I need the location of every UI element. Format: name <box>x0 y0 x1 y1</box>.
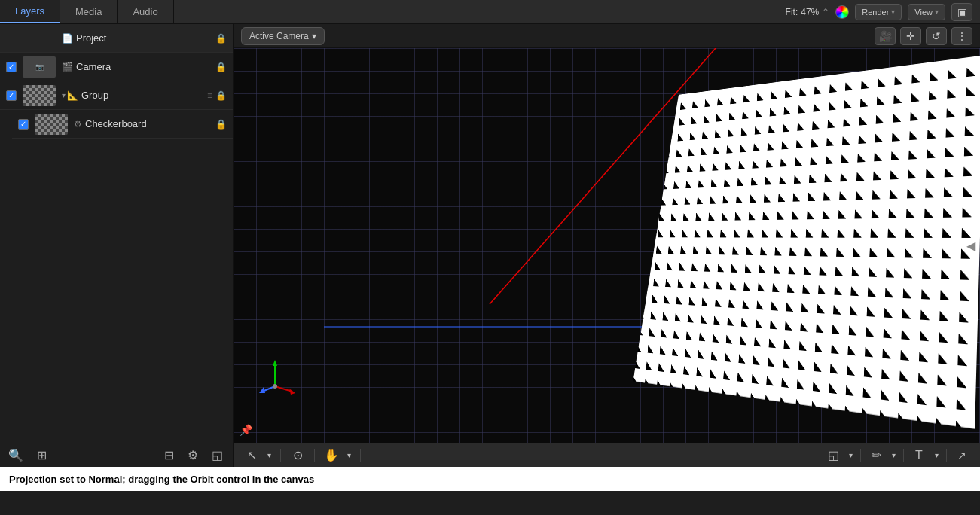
sidebar-bottom: 🔍 ⊞ ⊟ ⚙ ◱ <box>0 443 233 467</box>
group-expand-icon[interactable]: ▾ <box>62 91 66 99</box>
display-options-button[interactable]: ▣ <box>951 3 972 21</box>
group-icon: 📐 <box>67 90 78 101</box>
group-settings: ≡ <box>207 90 212 101</box>
project-lock-icon: 🔒 <box>215 33 227 44</box>
sidebar-right-actions: ⊟ ⚙ ◱ <box>159 446 227 465</box>
view-chevron: ▾ <box>935 8 939 16</box>
group-lock-icon: 🔒 <box>215 90 227 101</box>
checker-plane <box>633 55 980 428</box>
layer-row-checkerboard[interactable]: ✓ ⚙ Checkerboard 🔒 <box>12 110 233 139</box>
color-picker[interactable] <box>835 5 849 19</box>
camera-thumb: 📷 <box>23 56 56 78</box>
transform-icon[interactable]: ✛ <box>900 27 921 45</box>
active-camera-label: Active Camera <box>249 31 309 41</box>
pan-tool-button[interactable]: ✋ <box>321 446 342 465</box>
render-label: Render <box>862 8 889 17</box>
text-tools: T ▾ <box>908 446 942 465</box>
active-camera-button[interactable]: Active Camera ▾ <box>241 27 325 45</box>
pen-chevron[interactable]: ▾ <box>888 446 899 465</box>
active-camera-chevron: ▾ <box>312 31 316 41</box>
caption-bar: Projection set to Normal; dragging the O… <box>0 467 980 491</box>
layer-row-project[interactable]: 📄 Project 🔒 <box>0 24 233 53</box>
tab-layers[interactable]: Layers <box>0 0 60 23</box>
toolbar-sep-2 <box>314 449 315 462</box>
bottom-toolbar: ↖ ▾ ⊙ ✋ ▾ ◱ ▾ ✏ ▾ <box>234 443 980 467</box>
project-icon: 📄 <box>62 33 73 44</box>
render-button[interactable]: Render ▾ <box>855 4 902 20</box>
shape-tools: ◱ ▾ <box>823 446 856 465</box>
tab-audio-label: Audio <box>133 6 157 17</box>
orbit-tools: ⊙ <box>287 446 308 465</box>
project-name: Project <box>76 32 215 44</box>
layers-button[interactable]: ◱ <box>207 446 227 465</box>
render-chevron: ▾ <box>891 8 895 16</box>
checker-lock-icon: 🔒 <box>215 119 227 130</box>
group-lines-icon[interactable]: ≡ <box>207 90 212 101</box>
tabs: Layers Media Audio <box>0 0 174 23</box>
playhead-marker: ◀ <box>966 239 975 253</box>
group-thumb <box>23 85 56 106</box>
fit-stepper[interactable]: ⌃ <box>822 7 829 17</box>
camera-view-icon[interactable]: 🎥 <box>875 27 896 45</box>
svg-point-8 <box>273 384 277 389</box>
svg-marker-3 <box>273 360 277 366</box>
top-bar: Layers Media Audio Fit: 47% ⌃ Render ▾ V… <box>0 0 980 24</box>
pan-tools: ✋ ▾ <box>321 446 354 465</box>
select-tools: ↖ ▾ <box>241 446 274 465</box>
layer-row-group[interactable]: ✓ ▾ 📐 Group ≡ 🔒 <box>0 81 233 110</box>
checker-checkbox[interactable]: ✓ <box>18 119 29 130</box>
fit-control: Fit: 47% ⌃ <box>786 7 830 17</box>
camera-name: Camera <box>76 61 215 72</box>
caption-text: Projection set to Normal; dragging the O… <box>9 474 314 485</box>
tab-media[interactable]: Media <box>60 0 118 23</box>
toolbar-sep-4 <box>860 449 861 462</box>
text-chevron[interactable]: ▾ <box>931 446 942 465</box>
toolbar-sep-5 <box>903 449 904 462</box>
group-checkbox[interactable]: ✓ <box>6 90 17 101</box>
toolbar-sep-3 <box>360 449 361 462</box>
main-content: 📄 Project 🔒 ✓ 📷 🎬 Camera 🔒 ✓ ▾ 📐 Group ≡ <box>0 24 980 467</box>
camera-checkbox[interactable]: ✓ <box>6 62 17 72</box>
resize-corner[interactable]: ↗ <box>951 446 972 465</box>
canvas-toolbar-right: 🎥 ✛ ↺ ⋮ <box>875 27 972 45</box>
camera-icon: 🎬 <box>62 62 73 72</box>
pen-tool[interactable]: ✏ <box>866 446 887 465</box>
toolbar-sep-1 <box>280 449 281 462</box>
fit-value: 47% <box>801 7 819 17</box>
pan-chevron[interactable]: ▾ <box>343 446 354 465</box>
pen-tools: ✏ ▾ <box>866 446 899 465</box>
search-button[interactable]: 🔍 <box>6 446 26 465</box>
layer-row-camera[interactable]: ✓ 📷 🎬 Camera 🔒 <box>0 53 233 81</box>
anchor-pin: 📌 <box>240 423 252 437</box>
select-chevron[interactable]: ▾ <box>264 446 274 465</box>
tab-audio[interactable]: Audio <box>118 0 173 23</box>
tab-media-label: Media <box>75 6 102 17</box>
checker-thumb <box>35 114 68 135</box>
shape-chevron[interactable]: ▾ <box>845 446 856 465</box>
svg-marker-5 <box>289 389 295 395</box>
canvas-toolbar: Active Camera ▾ 🎥 ✛ ↺ ⋮ <box>234 24 980 48</box>
text-tool[interactable]: T <box>908 446 930 465</box>
sidebar: 📄 Project 🔒 ✓ 📷 🎬 Camera 🔒 ✓ ▾ 📐 Group ≡ <box>0 24 234 467</box>
camera-lock-icon: 🔒 <box>215 62 227 72</box>
select-tool-button[interactable]: ↖ <box>241 446 262 465</box>
toolbar-sep-6 <box>946 449 947 462</box>
view-button[interactable]: View ▾ <box>908 4 945 20</box>
axis-svg <box>256 352 301 398</box>
view-label: View <box>914 8 933 17</box>
settings-button[interactable]: ⚙ <box>183 446 203 465</box>
grid-button[interactable]: ⊟ <box>159 446 179 465</box>
grid-view-button[interactable]: ⊞ <box>32 446 51 465</box>
rectangle-tool[interactable]: ◱ <box>823 446 844 465</box>
svg-marker-7 <box>259 387 265 393</box>
group-name: Group <box>81 90 207 101</box>
checker-icon: ⚙ <box>74 119 82 130</box>
orbit-icon[interactable]: ↺ <box>926 27 947 45</box>
axis-widget <box>256 352 301 398</box>
top-bar-right: Fit: 47% ⌃ Render ▾ View ▾ ▣ <box>786 3 980 21</box>
more-options-icon[interactable]: ⋮ <box>951 27 972 45</box>
fit-label: Fit: <box>786 7 798 17</box>
viewport[interactable]: ◀ 📌 <box>234 48 980 443</box>
checker-name: Checkerboard <box>85 118 215 130</box>
orbit-tool-button[interactable]: ⊙ <box>287 446 308 465</box>
